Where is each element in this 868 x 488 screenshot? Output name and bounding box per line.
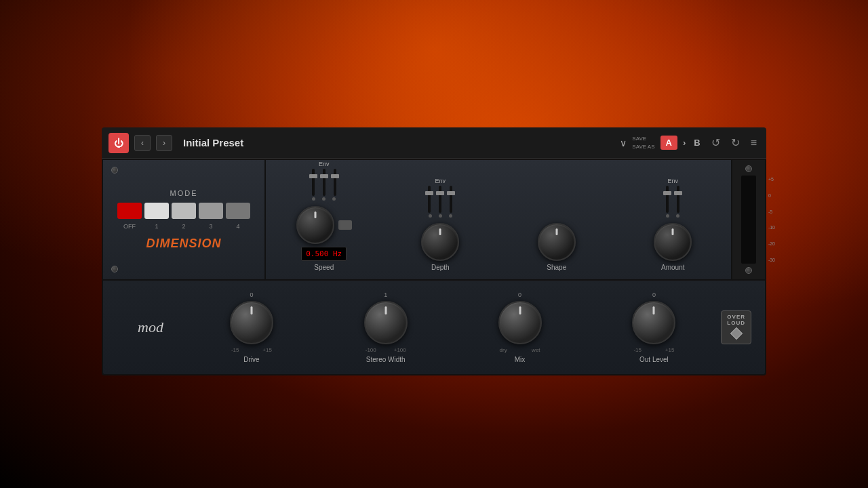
depth-env-sliders: Env <box>428 172 452 218</box>
save-group[interactable]: SAVE SAVE AS <box>632 135 654 150</box>
env-slider-3b[interactable] <box>677 186 679 213</box>
amount-section: Env <box>615 160 732 279</box>
overloud-box: OVER LOUD <box>721 310 751 344</box>
amount-label: Amount <box>661 264 684 271</box>
env-slider-1c[interactable] <box>334 169 336 196</box>
env-slider-thumb-3b[interactable] <box>674 191 682 195</box>
drive-range-row: -15 +15 <box>230 347 273 353</box>
env-slider-thumb-1a[interactable] <box>309 174 317 178</box>
ab-b-button[interactable]: B <box>691 136 703 150</box>
env-slider-thumb-1c[interactable] <box>331 174 339 178</box>
env-sliders-1 <box>312 169 336 196</box>
overloud-logo: OVER LOUD <box>721 310 751 344</box>
mode-labels: OFF 1 2 3 4 <box>117 222 250 229</box>
lower-section: mod 0 -15 +15 Drive 1 -1 <box>102 281 766 375</box>
stereo-width-value: 1 <box>384 291 387 298</box>
stereo-width-max: +100 <box>394 347 406 353</box>
shape-knob[interactable] <box>538 223 576 261</box>
env-label-2: Env <box>435 178 446 184</box>
sync-toggle[interactable] <box>338 220 352 230</box>
depth-section: Env <box>382 160 499 279</box>
mode-3-button[interactable] <box>199 202 223 218</box>
depth-knob-group: Depth <box>421 223 459 271</box>
depth-label: Depth <box>431 264 450 271</box>
env-slider-2c[interactable] <box>450 186 452 213</box>
env-sliders-2 <box>428 186 452 213</box>
env-group-3: Env <box>666 178 679 218</box>
env-slider-2b[interactable] <box>439 186 441 213</box>
vu-scale-minus20: -20 <box>768 241 775 246</box>
vu-meter-area: +5 0 -5 -10 -20 -30 <box>741 176 756 264</box>
out-level-knob[interactable] <box>632 301 675 344</box>
env-slider-thumb-2a[interactable] <box>425 191 433 195</box>
undo-button[interactable]: ↺ <box>709 135 723 150</box>
power-button[interactable]: ⏻ <box>108 132 129 152</box>
ab-a-button[interactable]: A <box>660 136 677 150</box>
menu-button[interactable]: ≡ <box>748 135 760 150</box>
env-dots-2 <box>429 214 452 218</box>
env-dot-1b <box>322 197 326 201</box>
env-dot-1a <box>312 197 315 201</box>
top-bar-right: ↺ ↻ ≡ <box>709 135 760 150</box>
vu-meter-panel: +5 0 -5 -10 -20 -30 <box>731 160 765 279</box>
env-dot-2b <box>439 214 442 218</box>
screw-top-left <box>111 167 118 174</box>
overloud-text-loud: LOUD <box>727 320 745 326</box>
env-label-1: Env <box>319 161 330 167</box>
vu-scale: +5 0 -5 -10 -20 -30 <box>768 176 775 264</box>
redo-button[interactable]: ↻ <box>728 135 743 150</box>
env-slider-2a[interactable] <box>428 186 431 213</box>
env-dot-2a <box>429 214 432 218</box>
drive-min: -15 <box>231 347 239 353</box>
env-sliders-3 <box>666 186 679 213</box>
env-slider-thumb-2c[interactable] <box>447 191 455 195</box>
preset-name: Initial Preset <box>178 137 614 148</box>
save-as-label[interactable]: SAVE AS <box>632 142 654 150</box>
env-slider-thumb-2b[interactable] <box>436 191 444 195</box>
drive-label: Drive <box>243 356 259 363</box>
stereo-width-range-row: -100 +100 <box>364 347 408 353</box>
env-slider-3a[interactable] <box>666 186 669 213</box>
env-group-2: Env <box>428 178 452 218</box>
nav-next-button[interactable]: › <box>156 134 172 150</box>
upper-section: MODE OFF 1 2 3 4 DIMENSION <box>102 159 766 281</box>
left-panel: MODE OFF 1 2 3 4 DIMENSION <box>103 160 266 279</box>
depth-knob[interactable] <box>421 223 459 261</box>
save-label[interactable]: SAVE <box>632 135 654 142</box>
mode-1-button[interactable] <box>144 202 169 218</box>
diamond-icon <box>729 326 744 341</box>
nav-prev-button[interactable]: ‹ <box>134 134 151 150</box>
vu-screw-bottom <box>745 267 752 274</box>
amount-knob[interactable] <box>654 223 692 261</box>
top-bar: ⏻ ‹ › Initial Preset ∨ SAVE SAVE AS A › … <box>102 127 766 159</box>
mix-min: dry <box>500 347 507 353</box>
out-level-value: 0 <box>652 291 656 298</box>
speed-knob[interactable] <box>296 206 334 244</box>
vu-scale-plus5: +5 <box>768 177 775 182</box>
mode-label-3: 3 <box>199 222 223 229</box>
env-dots-3 <box>666 214 679 218</box>
mode-4-button[interactable] <box>226 202 250 218</box>
shape-label: Shape <box>547 264 566 271</box>
drive-knob[interactable] <box>230 301 273 344</box>
env-slider-1b[interactable] <box>323 169 326 196</box>
preset-dropdown-icon[interactable]: ∨ <box>620 137 627 148</box>
stereo-width-min: -100 <box>366 347 376 353</box>
mode-2-button[interactable] <box>172 202 196 218</box>
out-level-max: +15 <box>665 347 675 353</box>
env-slider-thumb-3a[interactable] <box>663 191 671 195</box>
stereo-width-knob[interactable] <box>364 301 408 344</box>
env-slider-thumb-1b[interactable] <box>320 174 328 178</box>
ab-arrow-icon: › <box>680 136 688 150</box>
vu-screw-top <box>745 165 752 172</box>
mode-label-off: OFF <box>117 222 142 229</box>
svg-rect-0 <box>730 327 742 339</box>
mode-off-button[interactable] <box>117 202 142 218</box>
vu-scale-minus10: -10 <box>768 225 775 230</box>
env-slider-1a[interactable] <box>312 169 315 196</box>
mix-knob[interactable] <box>498 301 542 344</box>
plugin-body: MODE OFF 1 2 3 4 DIMENSION <box>102 159 766 375</box>
amount-knob-group: Amount <box>654 223 692 271</box>
out-level-min: -15 <box>633 347 642 353</box>
controls-area: Env <box>266 160 731 279</box>
